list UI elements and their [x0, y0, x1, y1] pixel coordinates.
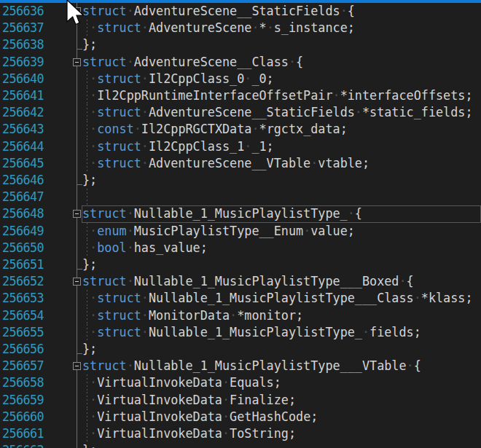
whitespace-dot: ·: [244, 71, 251, 86]
keyword-token: struct: [97, 308, 141, 323]
line-number: 256662: [2, 442, 44, 448]
code-line[interactable]: 256659 ·VirtualInvokeData·Finalize;: [0, 392, 481, 409]
whitespace-dot: ·: [134, 122, 141, 136]
line-number: 256638: [2, 36, 44, 53]
code-token: Equals;: [230, 375, 281, 390]
code-token: Finalize;: [230, 393, 296, 407]
whitespace-dot: ·: [90, 224, 97, 238]
code-token: {: [355, 206, 362, 221]
code-text: ·Il2CppRuntimeInterfaceOffsetPair·*inter…: [82, 87, 473, 104]
code-token: *rgctx_data;: [259, 122, 348, 136]
code-line[interactable]: 256639struct·AdventureScene__Class·{: [0, 54, 481, 71]
code-token: };: [82, 342, 97, 356]
code-token: ToString;: [230, 426, 296, 441]
code-token: *: [259, 20, 267, 35]
code-line[interactable]: 256655 ·struct·Nullable_1_MusicPlaylistT…: [0, 324, 481, 341]
keyword-token: struct: [97, 156, 141, 170]
line-number: 256649: [2, 223, 44, 240]
keyword-token: struct: [97, 325, 141, 339]
code-line[interactable]: 256661 ·VirtualInvokeData·ToString;: [0, 425, 481, 442]
code-token: Nullable_1_MusicPlaylistType___VTable: [134, 358, 407, 373]
code-token: Il2CppRuntimeInterfaceOffsetPair: [97, 88, 332, 103]
code-text: ·VirtualInvokeData·GetHashCode;: [82, 409, 318, 425]
code-token: AdventureScene__StaticFields: [149, 105, 355, 119]
code-line[interactable]: 256651};: [0, 256, 481, 273]
fold-collapse-button[interactable]: [73, 58, 81, 66]
code-text: ·VirtualInvokeData·ToString;: [82, 425, 296, 442]
code-token: AdventureScene__StaticFields: [134, 4, 340, 18]
code-line[interactable]: 256656};: [0, 341, 481, 358]
line-number: 256654: [2, 307, 44, 324]
code-text: ·bool·has_value;: [82, 240, 208, 256]
whitespace-dot: ·: [340, 4, 348, 18]
code-token: VirtualInvokeData: [97, 426, 222, 441]
fold-end-marker: [77, 269, 82, 270]
code-token: *klass;: [421, 291, 473, 305]
code-line[interactable]: 256646};: [0, 172, 481, 189]
whitespace-dot: ·: [222, 393, 230, 407]
code-line[interactable]: 256662};: [0, 442, 481, 448]
code-line[interactable]: 256648struct·Nullable_1_MusicPlaylistTyp…: [0, 205, 481, 222]
line-number: 256637: [2, 20, 44, 36]
code-line[interactable]: 256647: [0, 189, 481, 205]
code-token: s_instance;: [274, 20, 355, 35]
fold-collapse-button[interactable]: [73, 362, 81, 370]
code-token: [82, 224, 90, 238]
code-line[interactable]: 256660 ·VirtualInvokeData·GetHashCode;: [0, 409, 481, 425]
line-number: 256655: [2, 324, 44, 341]
keyword-token: struct: [97, 20, 141, 35]
code-line[interactable]: 256649 ·enum·MusicPlaylistType__Enum·val…: [0, 223, 481, 240]
keyword-token: struct: [97, 139, 141, 154]
code-token: value;: [310, 224, 355, 238]
code-text: ·struct·Nullable_1_MusicPlaylistType___C…: [82, 290, 473, 307]
code-text: struct·Nullable_1_MusicPlaylistType___VT…: [82, 358, 421, 374]
code-token: [82, 409, 90, 424]
code-token: [82, 393, 90, 407]
code-line[interactable]: 256643 ·const·Il2CppRGCTXData·*rgctx_dat…: [0, 121, 481, 138]
code-line[interactable]: 256658 ·VirtualInvokeData·Equals;: [0, 374, 481, 391]
whitespace-dot: ·: [127, 240, 134, 255]
code-line[interactable]: 256641 ·Il2CppRuntimeInterfaceOffsetPair…: [0, 87, 481, 104]
line-number: 256660: [2, 409, 44, 425]
line-number: 256653: [2, 290, 44, 307]
code-token: _0;: [251, 71, 273, 86]
code-token: *interfaceOffsets;: [340, 88, 473, 103]
fold-collapse-button[interactable]: [73, 210, 81, 218]
line-number: 256658: [2, 374, 44, 391]
code-token: VirtualInvokeData: [97, 409, 222, 424]
whitespace-dot: ·: [333, 88, 340, 103]
code-token: [82, 139, 90, 154]
whitespace-dot: ·: [267, 20, 274, 35]
code-text: ·struct·MonitorData·*monitor;: [82, 307, 303, 324]
whitespace-dot: ·: [348, 206, 355, 221]
code-line[interactable]: 256654 ·struct·MonitorData·*monitor;: [0, 307, 481, 324]
code-line[interactable]: 256652struct·Nullable_1_MusicPlaylistTyp…: [0, 273, 481, 290]
line-number: 256659: [2, 392, 44, 409]
whitespace-dot: ·: [90, 122, 97, 136]
whitespace-dot: ·: [141, 291, 149, 305]
whitespace-dot: ·: [90, 291, 97, 305]
fold-collapse-button[interactable]: [73, 278, 81, 286]
code-line[interactable]: 256657struct·Nullable_1_MusicPlaylistTyp…: [0, 358, 481, 374]
code-token: *monitor;: [237, 308, 303, 323]
keyword-token: struct: [82, 4, 127, 18]
whitespace-dot: ·: [90, 156, 97, 170]
code-text: ·struct·AdventureScene__VTable·vtable;: [82, 155, 369, 172]
code-line[interactable]: 256640 ·struct·Il2CppClass_0·_0;: [0, 71, 481, 87]
code-line[interactable]: 256650 ·bool·has_value;: [0, 240, 481, 256]
code-line[interactable]: 256638};: [0, 36, 481, 53]
fold-end-marker: [77, 353, 82, 354]
keyword-token: enum: [97, 224, 126, 238]
minus-icon: [75, 366, 79, 366]
whitespace-dot: ·: [90, 240, 97, 255]
code-text: ·const·Il2CppRGCTXData·*rgctx_data;: [82, 121, 348, 138]
code-line[interactable]: 256642 ·struct·AdventureScene__StaticFie…: [0, 104, 481, 121]
whitespace-dot: ·: [90, 375, 97, 390]
code-line[interactable]: 256644 ·struct·Il2CppClass_1·_1;: [0, 138, 481, 155]
whitespace-dot: ·: [230, 308, 237, 323]
code-line[interactable]: 256653 ·struct·Nullable_1_MusicPlaylistT…: [0, 290, 481, 307]
code-text: struct·Nullable_1_MusicPlaylistType___Bo…: [82, 273, 414, 290]
code-line[interactable]: 256645 ·struct·AdventureScene__VTable·vt…: [0, 155, 481, 172]
code-token: };: [82, 37, 97, 52]
code-text: struct·AdventureScene__StaticFields·{: [82, 3, 355, 20]
